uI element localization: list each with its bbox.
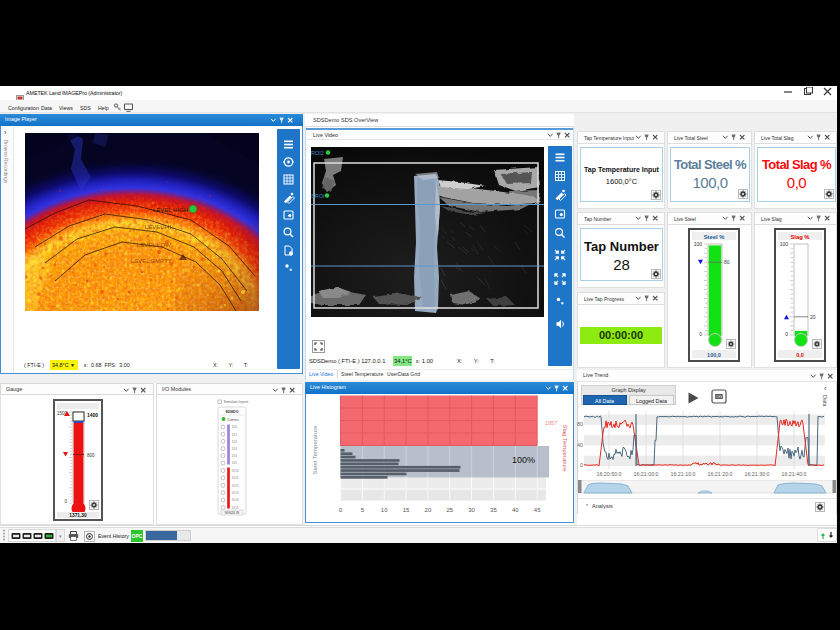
svg-text:Slag %: Slag % [790, 234, 809, 240]
svg-text:Steel %: Steel % [704, 234, 725, 240]
svg-text:0,0: 0,0 [796, 352, 804, 358]
svg-text:15: 15 [403, 507, 410, 513]
svg-text:800: 800 [87, 453, 95, 458]
svg-text:NI9426 IN: NI9426 IN [225, 511, 240, 515]
svg-text:DI5: DI5 [232, 461, 237, 465]
svg-text:Comms: Comms [227, 418, 239, 422]
svg-text:Slag Temperature: Slag Temperature [562, 424, 568, 472]
svg-text:CSV: CSV [715, 395, 723, 399]
svg-text:Steel Temperature: Steel Temperature [312, 425, 318, 475]
svg-text:Simulate Inputs: Simulate Inputs [224, 400, 249, 404]
svg-text:100,0: 100,0 [707, 352, 721, 358]
svg-text:DI1: DI1 [232, 433, 237, 437]
svg-text:8DI8DO: 8DI8DO [226, 410, 239, 414]
svg-text:40: 40 [512, 507, 519, 513]
svg-text:ROI2: ROI2 [311, 150, 324, 156]
svg-text:DO0: DO0 [232, 469, 239, 473]
svg-text:LEVEL LOW: LEVEL LOW [137, 242, 171, 248]
svg-text:LEVEL HI: LEVEL HI [145, 224, 171, 230]
svg-text:30: 30 [468, 507, 475, 513]
svg-text:DO3: DO3 [232, 491, 239, 495]
svg-text:25: 25 [446, 507, 453, 513]
svg-text:DI2: DI2 [232, 440, 237, 444]
svg-text:20: 20 [810, 314, 816, 320]
svg-text:35: 35 [490, 507, 497, 513]
svg-text:0: 0 [699, 331, 702, 337]
svg-text:LEVEL EMPTY: LEVEL EMPTY [131, 258, 172, 264]
svg-text:20: 20 [425, 507, 432, 513]
svg-text:DI4: DI4 [232, 454, 237, 458]
svg-text:45: 45 [534, 507, 541, 513]
svg-text:0: 0 [785, 331, 788, 337]
svg-text:DI3: DI3 [232, 447, 237, 451]
svg-text:1400: 1400 [87, 412, 98, 418]
svg-text:LEVEL HIGH: LEVEL HIGH [153, 207, 188, 213]
svg-text:DO1: DO1 [232, 476, 239, 480]
svg-text:10: 10 [381, 507, 388, 513]
svg-text:80: 80 [724, 259, 730, 265]
svg-text:100%: 100% [512, 455, 535, 465]
svg-text:DO4: DO4 [232, 498, 239, 502]
svg-text:1371,30: 1371,30 [69, 513, 87, 518]
svg-text:SROI: SROI [311, 193, 325, 199]
svg-text:DO2: DO2 [232, 484, 239, 488]
svg-text:DI0: DI0 [232, 425, 237, 429]
svg-text:DO5: DO5 [232, 506, 239, 510]
svg-text:100: 100 [694, 241, 703, 247]
svg-text:100: 100 [780, 241, 789, 247]
svg-text:1957: 1957 [545, 420, 557, 426]
